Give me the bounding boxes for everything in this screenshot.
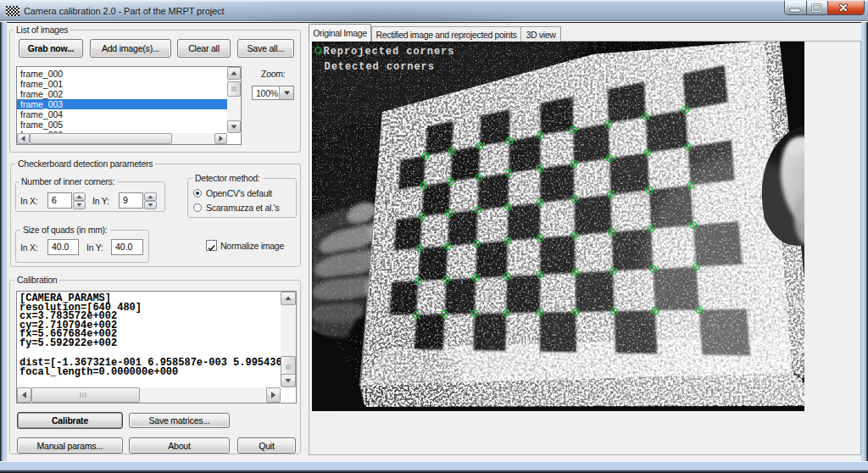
svg-text:Detected corners: Detected corners <box>325 61 435 73</box>
svg-text:Reprojected corners: Reprojected corners <box>324 46 455 58</box>
